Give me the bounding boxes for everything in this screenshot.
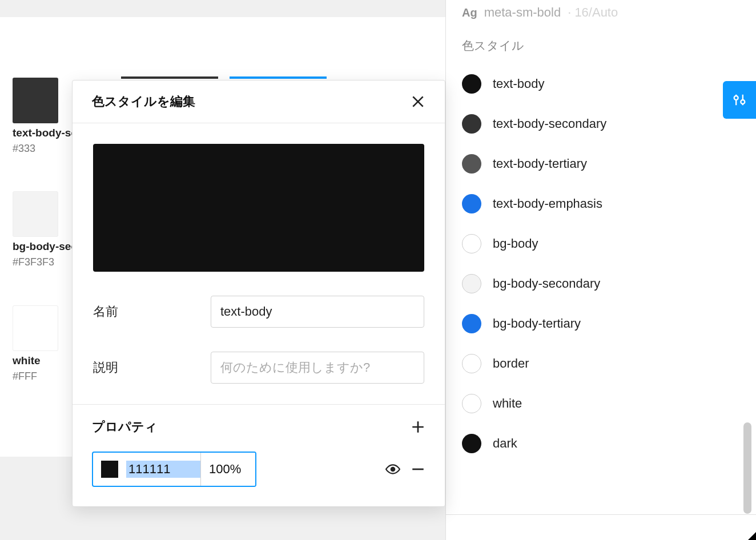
- text-style-row[interactable]: Ag meta-sm-bold · 16/Auto: [446, 0, 756, 25]
- color-dot: [462, 434, 481, 453]
- color-dot: [462, 74, 481, 94]
- color-styles-section-title: 色スタイル: [446, 25, 756, 64]
- swatch-label: white: [13, 354, 58, 367]
- opacity-input[interactable]: [200, 453, 255, 486]
- add-property-icon[interactable]: [411, 420, 425, 434]
- resize-handle-icon[interactable]: [748, 532, 756, 540]
- color-style-item-bg-body[interactable]: bg-body: [446, 224, 756, 264]
- color-style-item-bg-body-tertiary[interactable]: bg-body-tertiary: [446, 304, 756, 344]
- color-dot: [462, 394, 481, 413]
- color-style-name: bg-body: [493, 236, 538, 251]
- description-input[interactable]: [211, 352, 424, 384]
- description-row: 説明: [93, 352, 424, 384]
- color-dot: [462, 114, 481, 134]
- inspector-panel: Ag meta-sm-bold · 16/Auto 色スタイル text-bod…: [445, 0, 756, 540]
- description-label: 説明: [93, 359, 211, 376]
- text-style-name: meta-sm-bold: [484, 5, 561, 20]
- color-style-item-dark[interactable]: dark: [446, 424, 756, 464]
- canvas-swatch-blue-bar: [230, 76, 327, 79]
- swatch-color: [13, 78, 58, 123]
- scrollbar-thumb[interactable]: [743, 422, 751, 514]
- color-styles-list: text-bodytext-body-secondarytext-body-te…: [446, 64, 756, 464]
- close-icon[interactable]: [411, 94, 425, 109]
- color-style-name: text-body-tertiary: [493, 156, 587, 171]
- remove-property-icon[interactable]: [411, 462, 425, 477]
- name-row: 名前: [93, 296, 424, 328]
- color-style-name: text-body-secondary: [493, 116, 606, 131]
- color-preview[interactable]: [93, 144, 424, 272]
- properties-header: プロパティ: [92, 418, 425, 436]
- color-style-name: bg-body-secondary: [493, 276, 600, 291]
- color-style-item-border[interactable]: border: [446, 344, 756, 384]
- color-style-name: border: [493, 356, 529, 371]
- ag-label: Ag: [462, 6, 477, 19]
- color-style-item-white[interactable]: white: [446, 384, 756, 424]
- color-field[interactable]: [92, 452, 256, 487]
- svg-point-0: [391, 468, 395, 472]
- color-dot: [462, 194, 481, 213]
- color-style-name: text-body-emphasis: [493, 196, 602, 211]
- color-swatch-small[interactable]: [101, 461, 118, 478]
- properties-section: プロパティ: [73, 404, 445, 506]
- color-style-name: dark: [493, 436, 517, 451]
- hex-input[interactable]: [126, 461, 200, 478]
- color-dot: [462, 274, 481, 293]
- color-dot: [462, 354, 481, 373]
- visibility-icon[interactable]: [385, 462, 400, 477]
- modal-title: 色スタイルを編集: [92, 93, 195, 110]
- edit-color-style-modal: 色スタイルを編集 名前 説明 プロパティ: [72, 80, 445, 507]
- properties-title: プロパティ: [92, 418, 158, 436]
- color-style-item-text-body-tertiary[interactable]: text-body-tertiary: [446, 144, 756, 184]
- svg-point-1: [734, 96, 738, 100]
- color-property-row: [92, 452, 425, 487]
- canvas-top-strip: [0, 0, 445, 17]
- color-dot: [462, 154, 481, 174]
- modal-header: 色スタイルを編集: [73, 80, 445, 123]
- name-input[interactable]: [211, 296, 424, 328]
- canvas-swatch-white[interactable]: white #FFF: [13, 305, 58, 382]
- color-style-item-text-body-emphasis[interactable]: text-body-emphasis: [446, 184, 756, 224]
- color-dot: [462, 314, 481, 333]
- text-style-meta: · 16/Auto: [568, 5, 618, 20]
- swatch-hex: #FFF: [13, 370, 58, 382]
- color-style-name: bg-body-tertiary: [493, 316, 581, 331]
- color-style-item-bg-body-secondary[interactable]: bg-body-secondary: [446, 264, 756, 304]
- color-style-item-text-body-secondary[interactable]: text-body-secondary: [446, 104, 756, 144]
- color-style-item-text-body[interactable]: text-body: [446, 64, 756, 104]
- canvas-swatch-dark-bar: [121, 76, 218, 79]
- swatch-color: [13, 305, 58, 351]
- name-label: 名前: [93, 303, 211, 320]
- svg-point-2: [741, 100, 745, 104]
- color-style-name: white: [493, 396, 522, 411]
- modal-body: 名前 説明: [73, 123, 445, 404]
- color-style-name: text-body: [493, 76, 545, 91]
- color-dot: [462, 234, 481, 253]
- panel-divider: [446, 514, 756, 515]
- swatch-color: [13, 191, 58, 237]
- style-settings-button[interactable]: [723, 81, 756, 119]
